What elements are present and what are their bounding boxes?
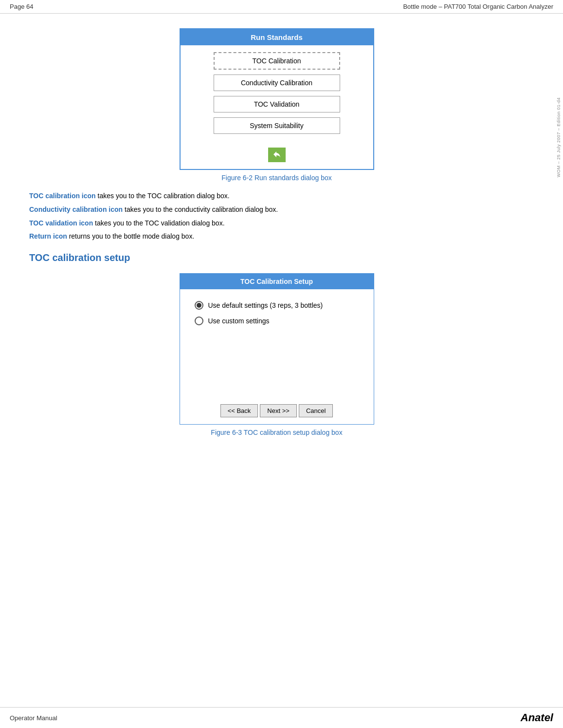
radio-default-circle[interactable]	[195, 301, 203, 310]
toc-cal-setup-body: Use default settings (3 reps, 3 bottles)…	[180, 289, 374, 396]
return-text: Return icon returns you to the bottle mo…	[29, 231, 524, 243]
toc-cal-setup-title: TOC Calibration Setup	[180, 274, 374, 289]
cancel-button[interactable]: Cancel	[299, 404, 333, 417]
section-heading: TOC calibration setup	[29, 252, 524, 263]
toc-cal-bold: TOC calibration icon	[29, 192, 96, 200]
return-icon[interactable]	[268, 148, 286, 162]
toc-cal-buttons: << Back Next >> Cancel	[180, 396, 374, 424]
figure1-container: Run Standards TOC Calibration Conductivi…	[29, 28, 524, 182]
page-number: Page 64	[10, 3, 33, 10]
run-standards-dialog: Run Standards TOC Calibration Conductivi…	[180, 28, 374, 170]
radio-default-settings[interactable]: Use default settings (3 reps, 3 bottles)	[195, 301, 359, 310]
body-text-section: TOC calibration icon takes you to the TO…	[29, 190, 524, 243]
toc-validation-button[interactable]: TOC Validation	[214, 96, 340, 112]
watermark-text: WOM – 25 July 2007 – Edition 01-d4	[556, 97, 561, 177]
run-standards-footer	[181, 141, 373, 169]
page-header: Page 64 Bottle mode – PAT700 Total Organ…	[0, 0, 563, 14]
run-standards-body: TOC Calibration Conductivity Calibration…	[181, 45, 373, 141]
run-standards-title: Run Standards	[181, 29, 373, 45]
return-rest: returns you to the bottle mode dialog bo…	[67, 232, 195, 240]
page-title: Bottle mode – PAT700 Total Organic Carbo…	[403, 3, 553, 10]
return-bold: Return icon	[29, 232, 67, 240]
radio-custom-label: Use custom settings	[208, 317, 270, 325]
toc-calibration-button[interactable]: TOC Calibration	[214, 52, 340, 70]
footer-brand: Anatel	[521, 711, 553, 724]
toc-val-text: TOC validation icon takes you to the TOC…	[29, 218, 524, 229]
toc-cal-rest: takes you to the TOC calibration dialog …	[96, 192, 230, 200]
footer-left: Operator Manual	[10, 714, 57, 722]
toc-cal-text: TOC calibration icon takes you to the TO…	[29, 190, 524, 202]
figure2-caption: Figure 6-3 TOC calibration setup dialog …	[211, 429, 342, 436]
conductivity-cal-rest: takes you to the conductivity calibratio…	[123, 205, 278, 213]
radio-custom-settings[interactable]: Use custom settings	[195, 317, 359, 325]
main-content: Run Standards TOC Calibration Conductivi…	[0, 14, 563, 459]
conductivity-cal-text: Conductivity calibration icon takes you …	[29, 204, 524, 216]
conductivity-cal-bold: Conductivity calibration icon	[29, 205, 123, 213]
figure2-container: TOC Calibration Setup Use default settin…	[29, 273, 524, 436]
back-button[interactable]: << Back	[220, 404, 258, 417]
toc-val-rest: takes you to the TOC validation dialog b…	[93, 219, 224, 227]
page-footer: Operator Manual Anatel	[0, 707, 563, 728]
radio-default-label: Use default settings (3 reps, 3 bottles)	[208, 301, 323, 309]
toc-cal-setup-dialog: TOC Calibration Setup Use default settin…	[180, 273, 374, 425]
system-suitability-button[interactable]: System Suitability	[214, 117, 340, 134]
toc-val-bold: TOC validation icon	[29, 219, 93, 227]
figure1-caption: Figure 6-2 Run standards dialog box	[221, 174, 331, 182]
next-button[interactable]: Next >>	[260, 404, 297, 417]
radio-custom-circle[interactable]	[195, 317, 203, 325]
conductivity-calibration-button[interactable]: Conductivity Calibration	[214, 75, 340, 91]
